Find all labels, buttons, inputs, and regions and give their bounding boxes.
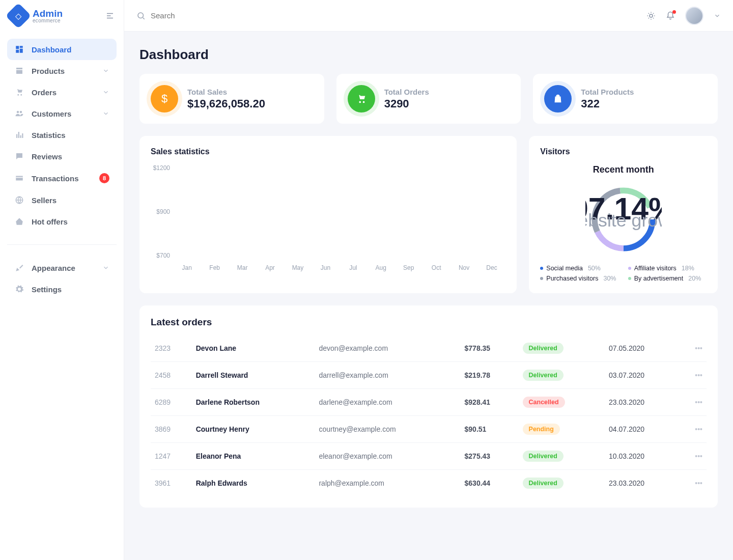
visitors-title: Visitors [540,147,707,156]
profile-menu-toggle[interactable] [714,12,721,19]
card-label: Total Orders [384,88,429,96]
search-input[interactable] [151,11,273,20]
notifications-button[interactable] [666,11,675,20]
sun-icon [646,11,656,20]
svg-point-2 [650,14,653,17]
order-email: darlene@example.com [315,389,460,416]
order-name: Darlene Robertson [192,389,315,416]
sidebar-item-label: Sellers [32,196,57,205]
order-amount: $778.35 [461,335,519,362]
legend-pct: 18% [682,265,694,272]
x-tick: Jun [312,264,339,271]
order-email: devon@example.com [315,335,460,362]
sidebar-item-sellers[interactable]: Sellers [7,189,117,211]
order-amount: $275.43 [461,443,519,470]
sidebar-item-settings[interactable]: Settings [7,278,117,300]
legend-item: Purchased visitors30% [540,275,618,282]
nav-divider [7,244,117,245]
order-id: 2458 [151,362,192,389]
bag-icon [544,85,572,113]
latest-orders-panel: Latest orders 2323Devon Lanedevon@exampl… [139,305,718,508]
chevron-down-icon [102,110,109,117]
table-row[interactable]: 2323Devon Lanedevon@example.com$778.35De… [151,335,707,362]
sidebar-item-label: Hot offers [32,217,68,226]
sidebar-item-hotoffers[interactable]: Hot offers [7,211,117,232]
order-date: 23.03.2020 [605,470,680,497]
table-row[interactable]: 1247Eleanor Penaeleanor@example.com$275.… [151,443,707,470]
sidebar-item-dashboard[interactable]: Dashboard [7,39,117,60]
row-more-button[interactable]: ••• [680,470,707,497]
legend-swatch-icon [628,267,631,270]
search [136,11,273,20]
notification-dot-icon [672,10,676,14]
legend-item: By advertisement20% [628,275,707,282]
y-tick: $1200 [151,164,170,172]
y-tick: $900 [151,208,170,215]
order-name: Eleanor Pena [192,443,315,470]
visitors-legend: Social media50%Affiliate visitors18%Purc… [540,265,707,282]
order-name: Darrell Steward [192,362,315,389]
row-more-button[interactable]: ••• [680,416,707,443]
order-amount: $219.78 [461,362,519,389]
sales-title: Sales statistics [151,147,505,156]
card-label: Total Sales [187,88,265,96]
table-row[interactable]: 3961Ralph Edwardsralph@example.com$630.4… [151,470,707,497]
visitors-donut-chart: 97.14% Website growth [540,181,707,258]
svg-point-1 [138,13,144,18]
row-more-button[interactable]: ••• [680,443,707,470]
chevron-down-icon [714,12,721,19]
legend-label: Social media [546,265,583,272]
row-more-button[interactable]: ••• [680,362,707,389]
x-tick: Nov [450,264,477,271]
legend-label: Affiliate visitors [634,265,676,272]
sidebar-item-orders[interactable]: Orders [7,81,117,103]
x-tick: Jul [340,264,367,271]
legend-swatch-icon [628,277,631,280]
sidebar-item-products[interactable]: Products [7,60,117,81]
x-tick: Feb [201,264,228,271]
sidebar-item-transactions[interactable]: Transactions8 [7,167,117,189]
sidebar-item-statistics[interactable]: Statistics [7,124,117,146]
avatar[interactable] [685,7,703,25]
card-value: 322 [581,97,634,110]
table-row[interactable]: 6289Darlene Robertsondarlene@example.com… [151,389,707,416]
search-icon [136,11,146,20]
customers-icon [14,109,24,118]
legend-label: By advertisement [634,275,684,282]
sidebar-item-label: Settings [32,285,62,294]
nav-secondary: AppearanceSettings [0,250,124,307]
x-tick: Dec [478,264,505,271]
orders-icon [14,88,24,97]
content: Dashboard $ Total Sales$19,626,058.20 To… [124,32,733,523]
visitors-panel: Visitors Recent month 97.14% Website gro… [529,136,718,293]
order-status: Delivered [519,335,605,362]
sidebar: ◇ Admin ecommerce DashboardProductsOrder… [0,0,124,560]
table-row[interactable]: 2458Darrell Stewarddarrell@example.com$2… [151,362,707,389]
x-tick: Jan [173,264,201,271]
order-status: Delivered [519,443,605,470]
legend-swatch-icon [540,267,543,270]
sidebar-item-label: Products [32,67,65,75]
sidebar-item-appearance[interactable]: Appearance [7,257,117,278]
order-id: 6289 [151,389,192,416]
order-date: 04.07.2020 [605,416,680,443]
card-total-orders: Total Orders3290 [336,74,521,124]
theme-toggle-button[interactable] [646,11,656,20]
card-total-sales: $ Total Sales$19,626,058.20 [139,74,324,124]
sidebar-item-reviews[interactable]: Reviews [7,146,117,167]
row-more-button[interactable]: ••• [680,389,707,416]
settings-icon [14,285,24,294]
table-row[interactable]: 3869Courtney Henrycourtney@example.com$9… [151,416,707,443]
sidebar-item-label: Reviews [32,152,62,161]
row-more-button[interactable]: ••• [680,335,707,362]
order-amount: $630.44 [461,470,519,497]
topbar [124,0,733,32]
order-id: 3961 [151,470,192,497]
order-name: Ralph Edwards [192,470,315,497]
order-email: darrell@example.com [315,362,460,389]
sidebar-item-customers[interactable]: Customers [7,103,117,124]
order-date: 23.03.2020 [605,389,680,416]
order-status: Delivered [519,470,605,497]
card-value: $19,626,058.20 [187,97,265,110]
sidebar-collapse-button[interactable] [105,11,115,20]
